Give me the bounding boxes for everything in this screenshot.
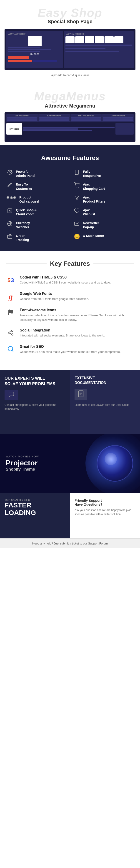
awesome-features-title: Awesome Features xyxy=(41,154,99,162)
mega-bg-title: MegaMenus xyxy=(5,89,135,103)
experts-icon-box xyxy=(5,390,18,400)
shop-thumb-2 xyxy=(75,36,84,43)
shop-thumb-5 xyxy=(105,36,114,43)
watch-label: WATCH MOVIES NOW xyxy=(6,455,39,458)
easy-shop-subtitle: Special Shop Page xyxy=(5,19,135,25)
title-line-left xyxy=(5,158,38,158)
mega-nav-item-6 xyxy=(39,120,69,121)
svg-line-16 xyxy=(10,333,11,334)
docs-icon-box xyxy=(75,389,87,400)
key-feature-content-google-fonts: Google Web Fonts Choose from 600+ fonts … xyxy=(20,292,89,301)
feature-text-newsletter: NewsletterPop-up xyxy=(83,221,99,229)
newsletter-icon xyxy=(73,221,80,228)
mega-nav-item-5 xyxy=(39,119,69,120)
docs-desc: Learn how to use XCOP from our User Guid… xyxy=(75,403,135,407)
mega-nav-header-1: LCD PROJECTION xyxy=(7,115,37,117)
feature-text-responsive: FullyResponsive xyxy=(83,169,101,178)
svg-line-19 xyxy=(12,350,13,351)
html5css3-icon-box: 5 3 xyxy=(6,275,16,285)
feature-text-filters: AjaxProduct Filters xyxy=(83,195,105,204)
svg-line-17 xyxy=(10,331,11,332)
html5css3-icon: 5 3 xyxy=(7,277,14,283)
shop-product-image xyxy=(28,36,42,46)
seo-quality-label: Top Quality SEO + xyxy=(5,499,65,501)
mega-product-info xyxy=(23,126,114,132)
mega-info-bar-1 xyxy=(23,127,114,128)
feature-text-quick-shop: Quick Shop &Cloud Zoom xyxy=(16,208,37,216)
feature-item-filters: AjaxProduct Filters xyxy=(73,195,134,204)
shop-btn-shopping xyxy=(8,56,29,59)
docs-title: EXTENSIVEDocumentation xyxy=(75,376,135,385)
key-feature-content-seo: Great for SEO Coded with SEO in mind mak… xyxy=(20,345,121,354)
shop-bar-2 xyxy=(8,49,51,50)
projector-text: WATCH MOVIES NOW Projector Shopify Theme xyxy=(6,455,39,472)
key-feature-desc-seo: Coded with SEO in mind make your website… xyxy=(20,350,121,354)
svg-point-4 xyxy=(78,187,79,187)
key-features-section: Key Features 5 3 Coded with HTML5 & CSS3… xyxy=(0,251,140,370)
seo-panel: Top Quality SEO + FASTERLOADING xyxy=(0,493,70,538)
flag-icon-box xyxy=(6,308,16,318)
shop-right-panel: LCD YMZ Projectors xyxy=(64,31,134,68)
feature-text-ajax-cart: AjaxShopping Cart xyxy=(83,182,105,190)
mega-nav-col-3: LCDs PROJECTORS xyxy=(70,114,102,122)
projector-heading: Projector xyxy=(6,459,39,467)
feature-item-tracking: OrderTracking xyxy=(6,234,67,242)
shop-thumb-row xyxy=(65,36,132,43)
search-icon-box xyxy=(6,345,16,355)
shop-screenshot: LCD YMZ Projector Rs. 30,00 LCD YMZ Proj… xyxy=(5,29,135,70)
shop-thumb-3 xyxy=(85,36,94,43)
feature-text-more: & Much More! xyxy=(83,234,104,238)
mega-nav-item-9 xyxy=(71,120,101,121)
filter-icon xyxy=(73,195,80,202)
key-feature-content-font-awesome: Font-Awesome Icons Awesome collection of… xyxy=(20,308,134,322)
mega-nav-item-1 xyxy=(7,117,37,118)
shop-thumb-4 xyxy=(95,36,104,43)
mega-nav-header-2: DLP PROJECTORS xyxy=(39,115,69,117)
mega-nav-header-4: LED PROJECTORS xyxy=(103,115,133,117)
key-feature-content-html5css3: Coded with HTML5 & CSS3 Coded with HTML5… xyxy=(20,275,111,285)
experts-docs-section: OUR EXPERTS WILLsolve your problems Cont… xyxy=(0,370,140,434)
easy-shop-bg-title: Easy Shop xyxy=(5,7,135,19)
key-title-line-right xyxy=(94,264,134,264)
feature-item-more: 😊 & Much More! xyxy=(73,234,134,242)
mega-nav-col-2: DLP PROJECTORS xyxy=(38,114,70,122)
mega-nav-item-11 xyxy=(103,119,133,120)
feature-item-quick-shop: Quick Shop &Cloud Zoom xyxy=(6,208,67,216)
footer-text: Need any help? Just submit a ticket to o… xyxy=(32,542,108,545)
shop-bar-3 xyxy=(8,51,40,52)
mega-nav-item-3 xyxy=(7,120,37,121)
shop-tag: LCD YMZ Projector xyxy=(8,33,62,35)
easy-shop-section: Easy Shop Special Shop Page LCD YMZ Proj… xyxy=(0,0,140,85)
mega-info-bar-2 xyxy=(23,128,78,130)
key-feature-seo: Great for SEO Coded with SEO in mind mak… xyxy=(6,345,134,355)
projector-banner: WATCH MOVIES NOW Projector Shopify Theme xyxy=(0,434,140,493)
mega-nav-item-4 xyxy=(39,117,69,118)
smiley-icon: 😊 xyxy=(73,234,80,240)
shop-thumb-6 xyxy=(114,36,124,43)
mega-nav-col-1: LCD PROJECTION xyxy=(6,114,38,122)
key-feature-html5css3: 5 3 Coded with HTML5 & CSS3 Coded with H… xyxy=(6,275,134,285)
svg-marker-5 xyxy=(75,196,79,200)
search-icon xyxy=(7,346,14,354)
feature-text-wishlist: AjaxWishlist xyxy=(83,208,95,216)
mega-nav-row: LCD PROJECTION DLP PROJECTORS LCDs PROJE… xyxy=(6,114,134,122)
svg-rect-20 xyxy=(78,391,83,397)
projector-sub: Shopify Theme xyxy=(6,467,39,472)
share-icon xyxy=(7,330,14,337)
seo-loading-heading: FASTERLOADING xyxy=(5,501,65,516)
svg-point-13 xyxy=(11,330,13,332)
feature-item-owl: ◉◉◉ ProductOwl carousel xyxy=(6,195,67,204)
share-icon-box xyxy=(6,328,16,338)
projector-lens xyxy=(97,445,133,482)
awesome-features-section: Awesome Features PowerfulAdmin Panel Ful… xyxy=(0,145,140,251)
shop-thumb-1 xyxy=(65,36,75,43)
key-feature-title-seo: Great for SEO xyxy=(20,345,121,349)
key-feature-title-social: Social Integration xyxy=(20,328,105,332)
svg-point-15 xyxy=(11,334,13,335)
feature-item-customize: Easy ToCustomize xyxy=(6,182,67,190)
shop-right-bar-2 xyxy=(65,48,105,49)
shop-right-tag: LCD YMZ Projectors xyxy=(65,33,132,35)
feature-item-responsive: FullyResponsive xyxy=(73,169,134,178)
svg-point-3 xyxy=(76,187,76,187)
key-feature-desc-social: Integrated with all social elements. Sha… xyxy=(20,333,105,338)
